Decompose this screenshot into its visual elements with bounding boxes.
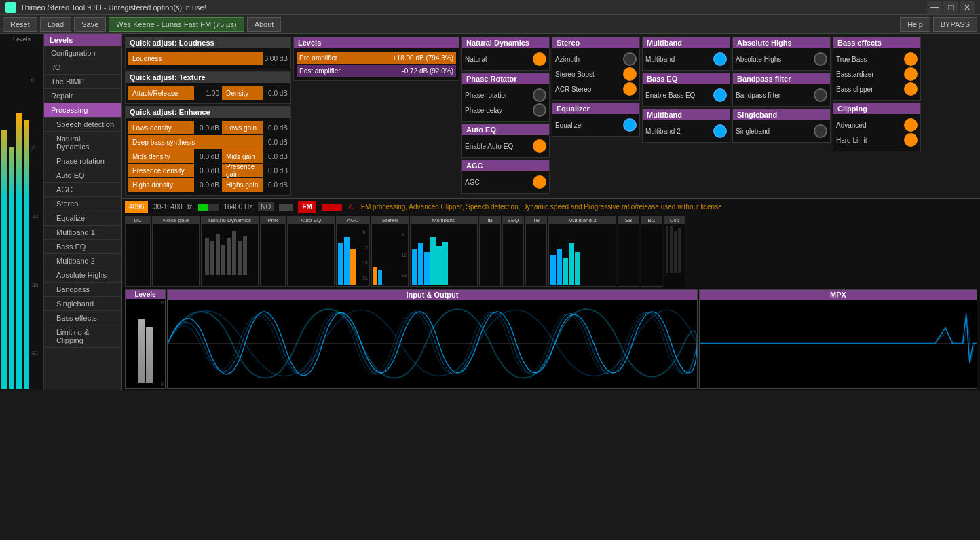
mb2-bar-4: [569, 243, 574, 285]
azimuth-label: Azimuth: [555, 56, 580, 63]
col-multiband: Multiband Multiband Bass EQ Enable Bass …: [642, 37, 730, 196]
presence-gain-slider[interactable]: Presence gain: [222, 164, 263, 177]
sidebar-item-stereo[interactable]: Stereo: [44, 197, 121, 211]
equalizer-label: Equalizer: [555, 122, 584, 129]
density-label: Density: [226, 90, 248, 97]
lows-gain-slider[interactable]: Lows gain: [222, 121, 263, 134]
deep-bass-slider[interactable]: Deep bass synthesis: [128, 135, 263, 149]
azimuth-toggle[interactable]: [623, 52, 637, 66]
phase-delay-label: Phase delay: [465, 107, 502, 114]
mids-gain-slider[interactable]: Mids gain: [222, 149, 263, 163]
phase-delay-toggle[interactable]: [533, 103, 546, 117]
pre-amp-bar[interactable]: Pre amplifier +18.00 dB (794.3%): [297, 52, 456, 64]
phase-rotator-section: Phase Rotator Phase rotation Phase delay: [461, 73, 550, 122]
sidebar-item-natural[interactable]: Natural Dynamics: [44, 132, 121, 154]
input-output-title: Input & Output: [168, 290, 697, 300]
mb2-bar-5: [575, 252, 580, 285]
preset-button[interactable]: Wes Keene - Lunas Fast FM (75 µs): [109, 17, 244, 32]
col-dynamics: Natural Dynamics Natural Phase Rotator P…: [461, 37, 550, 196]
quick-enhance-body: Lows density 0.0 dB Lows gain 0.0 dB Dee…: [126, 118, 290, 195]
sidebar-item-absolute-highs[interactable]: Absolute Highs: [44, 268, 121, 283]
meter-group-4: [24, 44, 31, 389]
multiband2-toggle[interactable]: [713, 124, 727, 138]
bandpass-toggle[interactable]: [814, 88, 827, 102]
sidebar-item-bass-effects[interactable]: Bass effects: [44, 311, 121, 325]
true-bass-label: True Bass: [836, 56, 867, 63]
auto-eq-toggle[interactable]: [533, 139, 546, 153]
absolute-highs-toggle[interactable]: [814, 52, 827, 66]
minimize-button[interactable]: —: [927, 1, 942, 14]
levels-title: Levels: [294, 37, 459, 48]
bass-clipper-label: Bass clipper: [836, 86, 873, 93]
post-amp-bar[interactable]: Post amplifier -0.72 dB (92.0%): [297, 65, 456, 77]
input-output-panel: Input & Output: [167, 289, 698, 389]
equalizer-toggle[interactable]: [623, 118, 637, 132]
save-button[interactable]: Save: [74, 17, 106, 32]
help-button[interactable]: Help: [900, 17, 930, 32]
sidebar-item-configuration[interactable]: Configuration: [44, 46, 121, 60]
acr-stereo-toggle[interactable]: [623, 82, 637, 96]
strip-multiband-title: Multiband: [411, 217, 477, 224]
sidebar-item-multiband2[interactable]: Multiband 2: [44, 254, 121, 268]
sidebar-item-equalizer[interactable]: Equalizer: [44, 211, 121, 226]
lows-density-slider[interactable]: Lows density: [128, 121, 194, 134]
stereo-boost-toggle[interactable]: [623, 67, 637, 81]
sidebar-item-basseq[interactable]: Bass EQ: [44, 240, 121, 254]
about-button[interactable]: About: [247, 17, 282, 32]
load-button[interactable]: Load: [40, 17, 71, 32]
meter-bar-4: [24, 44, 29, 389]
bass-eq-toggle[interactable]: [713, 88, 727, 102]
true-bass-toggle[interactable]: [904, 52, 918, 66]
bandpass-body: Bandpass filter: [733, 84, 830, 106]
pre-amp-label: Pre amplifier: [299, 54, 337, 62]
maximize-button[interactable]: □: [943, 1, 958, 14]
svg-rect-9: [670, 226, 673, 273]
mids-density-slider[interactable]: Mids density: [128, 149, 194, 163]
highs-density-slider[interactable]: Highs density: [128, 178, 194, 192]
equalizer-row: Equalizer: [555, 118, 637, 132]
mb2-bar-1: [550, 255, 556, 285]
basstardizer-toggle[interactable]: [904, 67, 918, 81]
multiband-toggle[interactable]: [713, 52, 727, 66]
sidebar-item-multiband1[interactable]: Multiband 1: [44, 226, 121, 240]
density-slider[interactable]: Density: [222, 86, 263, 100]
sidebar-item-speech[interactable]: Speech detection: [44, 118, 121, 132]
sidebar-item-repair[interactable]: Repair: [44, 89, 121, 103]
close-button[interactable]: ✕: [960, 1, 975, 14]
processing-grid: Quick adjust: Loudness Loudness 0.00 dB …: [122, 34, 980, 198]
phase-rotation-toggle[interactable]: [533, 88, 546, 102]
natural-toggle[interactable]: [533, 52, 546, 66]
strip-noise-gate-body: [153, 224, 199, 286]
loudness-row: Loudness 0.00 dB: [128, 52, 288, 65]
reset-button[interactable]: Reset: [3, 17, 37, 32]
col-highs: Absolute Highs Absolute Highs Bandpass f…: [732, 37, 831, 196]
agc-toggle[interactable]: [533, 175, 546, 189]
hard-limit-toggle[interactable]: [904, 133, 918, 147]
attack-slider[interactable]: Attack/Release: [128, 86, 194, 100]
bypass-button[interactable]: BYPASS: [933, 17, 977, 32]
advanced-toggle[interactable]: [904, 118, 918, 132]
sidebar-item-autoeq[interactable]: Auto EQ: [44, 168, 121, 183]
sidebar-item-bimp[interactable]: The BIMP: [44, 75, 121, 89]
svg-rect-0: [205, 238, 209, 275]
sidebar-item-agc[interactable]: AGC: [44, 183, 121, 197]
mb-bar-6: [442, 242, 448, 285]
sidebar-item-phase[interactable]: Phase rotation: [44, 154, 121, 168]
db-label-6: -6: [31, 145, 42, 150]
sidebar-item-io[interactable]: I/O: [44, 60, 121, 75]
strip-sb-body: [618, 224, 639, 286]
loudness-label: Loudness: [132, 55, 162, 62]
sidebar-item-limiting[interactable]: Limiting & Clipping: [44, 325, 121, 348]
highs-gain-slider[interactable]: Highs gain: [222, 178, 263, 192]
loudness-slider[interactable]: Loudness: [128, 52, 263, 65]
db-labels: 0 -6 -12 -18 -21: [31, 44, 42, 389]
sidebar-item-bandpass[interactable]: Bandpass: [44, 283, 121, 297]
sidebar-item-singleband[interactable]: Singleband: [44, 297, 121, 311]
sidebar-item-processing[interactable]: Processing: [44, 103, 121, 118]
sidebar: Levels Configuration I/O The BIMP Repair…: [44, 34, 122, 390]
presence-density-slider[interactable]: Presence density: [128, 164, 194, 177]
bass-clipper-toggle[interactable]: [904, 82, 918, 96]
singleband-row: Singleband: [736, 124, 827, 138]
singleband-toggle[interactable]: [814, 124, 827, 138]
strip-multiband: Multiband: [410, 216, 478, 287]
